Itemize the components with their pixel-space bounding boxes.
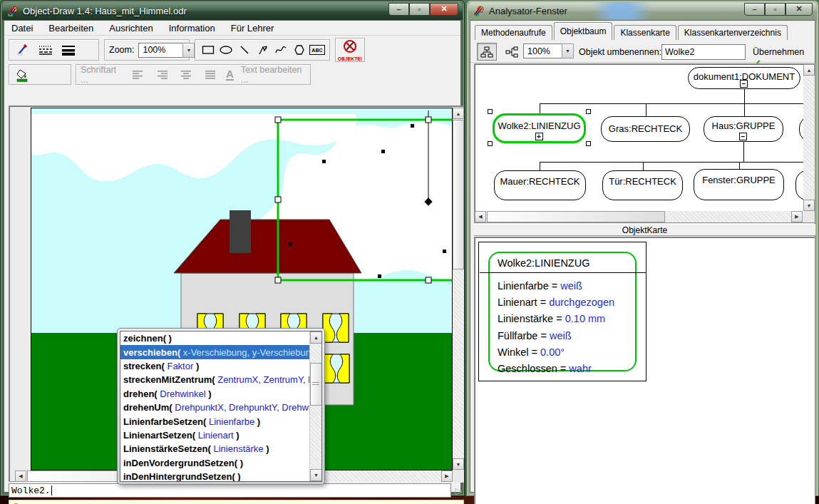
run-button[interactable]: ▷ <box>453 483 465 498</box>
chimney <box>230 210 251 253</box>
curve-tool-icon[interactable] <box>273 41 290 58</box>
method-item[interactable]: zeichnen <box>120 331 309 345</box>
object-draw-window: Object-Draw 1.4: Haus_mit_Himmel.odr – ▫… <box>0 0 465 496</box>
menu-datei[interactable]: Datei <box>11 23 33 34</box>
client-area: Methodenaufrufe Objektbaum Klassenkarte … <box>470 20 815 493</box>
expand-expander[interactable]: + <box>535 133 543 140</box>
minimize-button[interactable]: – <box>388 3 409 16</box>
font-button[interactable]: Schriftart ... <box>81 65 123 85</box>
tab-objektbaum[interactable]: Objektbaum <box>554 22 613 40</box>
text-caret <box>51 485 52 495</box>
method-item[interactable]: LinienstärkeSetzenLinienstärke <box>120 442 309 456</box>
text-format-group: Schriftart ... A Text bearbeiten ... <box>76 64 311 85</box>
maximize-button[interactable]: ▫ <box>765 3 785 16</box>
method-item-selected[interactable]: verschiebenx-Verschiebung, y-Verschiebun… <box>120 345 309 359</box>
canvas-vscrollbar[interactable]: ▲ ▼ <box>453 108 464 470</box>
collapse-expander[interactable]: − <box>739 133 747 140</box>
scroll-up-icon[interactable]: ▲ <box>310 331 322 344</box>
tree-vscrollbar[interactable]: ▲ ▼ <box>803 64 815 211</box>
method-item[interactable]: LinienartSetzenLinienart <box>120 428 309 442</box>
draw-mode-group <box>9 39 99 61</box>
scrollbar-corner <box>453 470 464 483</box>
rectangle-tool-icon[interactable] <box>200 41 217 58</box>
scroll-down-icon[interactable]: ▼ <box>310 469 322 481</box>
method-suggestion-popup: zeichnen verschiebenx-Verschiebung, y-Ve… <box>117 328 325 485</box>
zoom-group: Zoom: 100% ▼ <box>104 39 190 61</box>
ellipse-tool-icon[interactable] <box>218 41 235 58</box>
menu-fuer-lehrer[interactable]: Für Lehrer <box>231 23 274 34</box>
rename-label: Objekt umbenennen: <box>579 47 661 57</box>
font-color-icon[interactable]: A <box>226 68 234 81</box>
tree-layout-vertical-icon[interactable] <box>477 43 497 61</box>
zoom-value[interactable]: 100% <box>138 43 182 58</box>
tree-node-mauer[interactable]: Mauer:RECHTECK <box>494 170 586 200</box>
align-justify-icon[interactable] <box>202 66 219 83</box>
line-width-icon[interactable] <box>59 41 78 58</box>
pen-tool-icon[interactable] <box>14 41 32 58</box>
object-tree-panel[interactable]: dokument1:DOKUMENT − Wolke2:LINIENZUG + … <box>474 63 815 223</box>
tree-node-gras[interactable]: Gras:RECHTECK <box>601 116 690 142</box>
objekte-toggle-button[interactable]: OBJEKTE! <box>335 38 365 62</box>
method-item[interactable]: drehenUmDrehpunktX, DrehpunktY, Drehwink… <box>120 401 309 414</box>
objekte-label: OBJEKTE! <box>338 56 362 61</box>
tree-layout-horizontal-icon[interactable] <box>502 43 522 61</box>
line-tool-icon[interactable] <box>236 41 253 58</box>
method-call-input[interactable]: Wolke2. <box>9 483 451 498</box>
tab-klassenkartenverzeichnis[interactable]: Klassenkartenverzeichnis <box>678 25 788 40</box>
method-item[interactable]: streckenMitZentrumZentrumX, ZentrumY, Fa… <box>120 373 309 386</box>
tree-node-haus[interactable]: Haus:GRUPPE − <box>704 116 783 142</box>
polygon-tool-icon[interactable] <box>291 41 308 58</box>
object-card[interactable]: Wolke2:LINIENZUG Linienfarbeweiß Liniena… <box>478 242 647 381</box>
menu-ausrichten[interactable]: Ausrichten <box>109 23 153 34</box>
scroll-left-icon[interactable]: ◀ <box>475 211 486 222</box>
method-item[interactable]: streckenFaktor <box>120 359 309 373</box>
zoom-combobox[interactable]: 100% ▼ <box>138 43 195 58</box>
edit-text-button[interactable]: Text bearbeiten ... <box>241 65 306 85</box>
tree-node-wolke2[interactable]: Wolke2:LINIENZUG + <box>493 113 586 143</box>
card-property: Linienstärke0.10 mm <box>498 311 614 327</box>
close-button[interactable]: ✕ <box>785 3 813 16</box>
polyline-tool-icon[interactable] <box>254 41 272 58</box>
method-item[interactable]: inDenHintergrundSetzen <box>120 470 309 482</box>
popup-scrollbar[interactable]: ▲ ▼ <box>309 331 321 481</box>
tab-methodenaufrufe[interactable]: Methodenaufrufe <box>475 25 552 40</box>
align-right-icon[interactable] <box>153 66 170 83</box>
scroll-left-icon[interactable]: ◀ <box>15 470 26 482</box>
align-center-icon[interactable] <box>177 66 195 83</box>
card-property: Füllfarbeweiß <box>498 328 614 344</box>
text-tool-icon[interactable]: ABC <box>309 45 325 55</box>
menu-information[interactable]: Information <box>169 23 215 34</box>
menu-bearbeiten[interactable]: Bearbeiten <box>48 23 93 34</box>
title-bar[interactable]: Analysator-Fenster – ▫ ✕ <box>468 2 817 20</box>
method-item[interactable]: inDenVordergrundSetzen <box>120 456 309 470</box>
chevron-down-icon[interactable]: ▼ <box>562 43 574 58</box>
maximize-button[interactable]: ▫ <box>409 3 430 16</box>
close-button[interactable]: ✕ <box>430 3 458 16</box>
tree-node-fenster[interactable]: Fenster:GRUPPE <box>694 169 784 200</box>
tree-hscrollbar[interactable]: ◀ ▶ <box>475 211 803 222</box>
line-style-icon[interactable] <box>36 41 55 58</box>
method-list: zeichnen verschiebenx-Verschiebung, y-Ve… <box>120 331 309 481</box>
method-item[interactable]: LinienfarbeSetzenLinienfarbe <box>120 414 309 428</box>
scroll-right-icon[interactable]: ▶ <box>441 470 453 482</box>
tree-node-tuer[interactable]: Tür:RECHTECK <box>602 170 683 200</box>
fill-color-icon[interactable] <box>14 66 32 83</box>
align-left-icon[interactable] <box>130 66 147 83</box>
scroll-up-icon[interactable]: ▲ <box>453 108 464 119</box>
window-4 <box>323 314 349 342</box>
rename-input[interactable]: Wolke2 <box>661 44 746 60</box>
chevron-down-icon[interactable]: ▼ <box>182 43 195 58</box>
tree-node-dokument1[interactable]: dokument1:DOKUMENT − <box>688 67 800 89</box>
title-bar[interactable]: Object-Draw 1.4: Haus_mit_Himmel.odr – ▫… <box>2 2 463 20</box>
tab-klassenkarte[interactable]: Klassenkarte <box>614 25 676 40</box>
method-item[interactable]: drehenDrehwinkel <box>120 387 309 401</box>
scroll-right-icon[interactable]: ▶ <box>791 211 803 222</box>
tree-zoom-value[interactable]: 100% <box>523 43 562 58</box>
scroll-down-icon[interactable]: ▼ <box>453 458 464 470</box>
tree-connector <box>540 103 810 104</box>
scroll-down-icon[interactable]: ▼ <box>803 200 815 211</box>
minimize-button[interactable]: – <box>744 3 765 16</box>
scroll-up-icon[interactable]: ▲ <box>803 64 815 76</box>
tree-zoom-combobox[interactable]: 100% ▼ <box>523 43 574 58</box>
collapse-expander[interactable]: − <box>740 80 748 88</box>
